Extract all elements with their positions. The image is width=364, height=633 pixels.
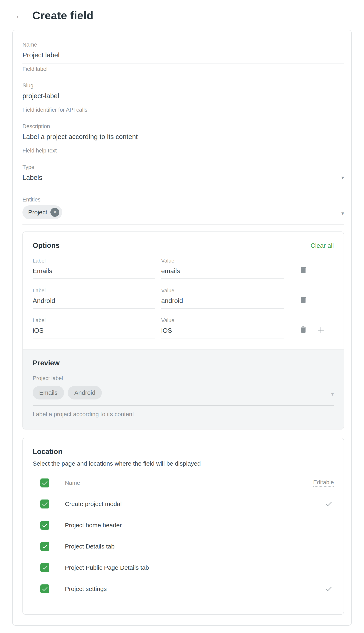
option-row: Label Value (33, 287, 334, 309)
option-label-input[interactable] (33, 325, 155, 338)
option-label-input[interactable] (33, 266, 155, 279)
add-option-button[interactable] (316, 325, 326, 335)
location-row: Create project modal (33, 493, 334, 515)
chevron-down-icon: ▾ (331, 391, 334, 397)
option-value-caption: Value (161, 258, 284, 264)
preview-chip[interactable]: Android (68, 386, 102, 399)
option-row: Label Value (33, 258, 334, 279)
select-all-checkbox[interactable] (40, 478, 50, 487)
description-field-helper: Field help text (22, 148, 344, 154)
trash-icon (299, 325, 308, 334)
chevron-down-icon: ▾ (341, 175, 344, 181)
location-row-checkbox[interactable] (40, 542, 50, 551)
page-title: Create field (32, 9, 94, 22)
option-row-actions (290, 258, 334, 279)
description-field-label: Description (22, 123, 344, 130)
slug-field: Slug Field identifier for API calls (22, 83, 344, 113)
option-label-caption: Label (33, 258, 155, 264)
type-select[interactable]: Labels ▾ (22, 172, 344, 186)
description-input[interactable] (22, 131, 344, 145)
type-field: Type Labels ▾ (22, 164, 344, 186)
option-value-field: Value (161, 317, 284, 338)
option-row: Label Value (33, 317, 334, 338)
location-row-name: Project settings (65, 585, 107, 592)
check-icon (42, 543, 48, 550)
preview-section: Preview Project label Emails Android ▾ L… (23, 349, 344, 429)
type-select-value: Labels (22, 174, 42, 182)
option-label-caption: Label (33, 287, 155, 294)
location-row-checkbox[interactable] (40, 584, 50, 593)
preview-chip[interactable]: Emails (33, 386, 64, 399)
location-row-name: Project Details tab (65, 543, 114, 550)
options-card: Options Clear all Label Value Label Va (22, 232, 344, 429)
clear-all-button[interactable]: Clear all (310, 242, 334, 249)
options-header: Options Clear all (23, 232, 344, 258)
entities-select[interactable]: Project × ▾ (22, 205, 344, 225)
entity-chip-label: Project (28, 209, 47, 216)
option-label-caption: Label (33, 317, 155, 324)
location-title: Location (33, 447, 62, 455)
option-row-actions (290, 287, 334, 309)
option-label-field: Label (33, 258, 155, 279)
location-row-checkbox[interactable] (40, 499, 50, 508)
delete-option-button[interactable] (299, 296, 308, 304)
check-icon (42, 564, 48, 571)
option-value-input[interactable] (161, 295, 284, 309)
slug-input[interactable] (22, 91, 344, 104)
check-icon (42, 500, 48, 507)
preview-title: Preview (33, 359, 334, 367)
location-table: Name Editable Create project modal Proje… (33, 475, 334, 601)
preview-helper: Label a project according to its content (33, 411, 334, 418)
option-value-caption: Value (161, 317, 284, 324)
preview-field-label: Project label (33, 375, 334, 381)
location-row: Project settings (33, 578, 334, 599)
option-label-input[interactable] (33, 295, 155, 309)
option-value-input[interactable] (161, 266, 284, 279)
chevron-down-icon: ▾ (341, 210, 344, 217)
remove-entity-icon[interactable]: × (50, 208, 59, 217)
location-row-checkbox[interactable] (40, 521, 50, 530)
back-arrow-icon[interactable]: ← (15, 11, 24, 20)
location-subtitle: Select the page and locations where the … (33, 460, 334, 467)
option-label-field: Label (33, 317, 155, 338)
delete-option-button[interactable] (299, 325, 308, 334)
name-field-helper: Field label (22, 66, 344, 72)
column-header-name: Name (65, 480, 80, 486)
slug-field-helper: Field identifier for API calls (22, 107, 344, 113)
location-row-name: Project home header (65, 522, 122, 529)
options-rows: Label Value Label Value (23, 258, 344, 349)
slug-field-label: Slug (22, 83, 344, 89)
location-row: Project Public Page Details tab (33, 557, 334, 578)
option-value-input[interactable] (161, 325, 284, 338)
options-title: Options (33, 241, 60, 249)
location-row-name: Project Public Page Details tab (65, 564, 149, 571)
location-card: Location Select the page and locations w… (22, 438, 344, 615)
plus-icon (316, 325, 326, 335)
option-label-field: Label (33, 287, 155, 309)
location-table-header: Name Editable (33, 475, 334, 493)
name-field: Name Field label (22, 42, 344, 72)
topbar: ← Create field (0, 0, 364, 22)
location-rows: Create project modal Project home header… (33, 493, 334, 601)
option-value-field: Value (161, 258, 284, 279)
option-row-actions (290, 317, 334, 338)
check-icon (42, 585, 48, 592)
column-header-editable[interactable]: Editable (313, 479, 334, 487)
entity-chip: Project × (22, 205, 62, 219)
location-row: Project home header (33, 515, 334, 536)
option-value-field: Value (161, 287, 284, 309)
option-value-caption: Value (161, 287, 284, 294)
trash-icon (299, 296, 308, 304)
description-field: Description Field help text (22, 123, 344, 154)
check-icon (42, 479, 48, 486)
preview-select[interactable]: Emails Android ▾ (33, 385, 334, 406)
create-field-card: Name Field label Slug Field identifier f… (12, 30, 352, 626)
trash-icon (299, 266, 308, 274)
location-row: Project Details tab (33, 536, 334, 557)
name-input[interactable] (22, 50, 344, 64)
delete-option-button[interactable] (299, 266, 308, 274)
location-row-checkbox[interactable] (40, 563, 50, 572)
location-row-name: Create project modal (65, 500, 122, 507)
name-field-label: Name (22, 42, 344, 48)
check-icon (42, 522, 48, 529)
